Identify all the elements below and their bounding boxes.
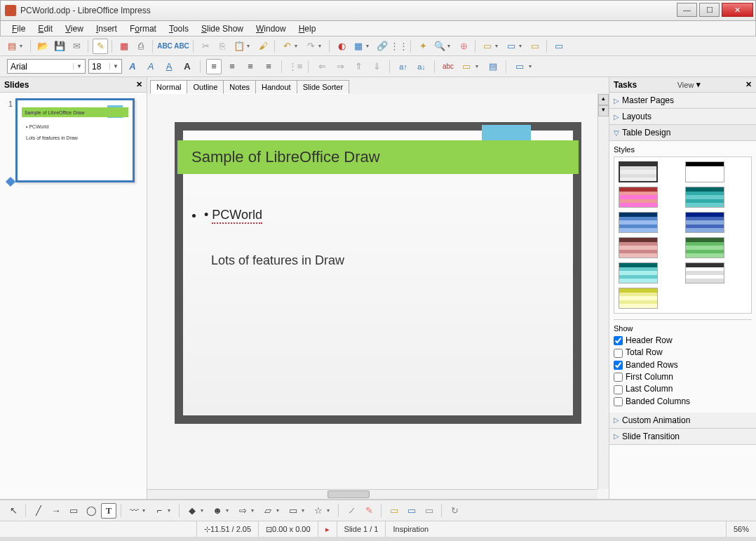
cut-icon[interactable]: ✂: [198, 39, 213, 54]
section-layouts[interactable]: ▷Layouts: [609, 109, 756, 125]
slide-content-box[interactable]: • PCWorld: [204, 208, 262, 228]
opt-banded-rows[interactable]: Banded Rows: [614, 360, 752, 370]
align-center-icon[interactable]: ≡: [224, 59, 240, 74]
connector-dropdown[interactable]: ▾: [168, 507, 175, 514]
align-left-icon[interactable]: ≡: [206, 59, 222, 74]
table-icon[interactable]: ▦: [351, 39, 366, 54]
slide-canvas[interactable]: Sample of LibreOffice Draw • PCWorld Lot…: [175, 122, 581, 424]
table-style-10[interactable]: [685, 262, 724, 283]
slide-title-box[interactable]: Sample of LibreOffice Draw: [177, 140, 579, 174]
menu-edit[interactable]: Edit: [32, 22, 58, 35]
slide-thumbnail-wrap[interactable]: 1 Sample of LibreOffice Draw • PCWorld L…: [6, 98, 141, 182]
demote-icon[interactable]: ⇒: [332, 59, 348, 74]
menu-window[interactable]: Window: [250, 22, 292, 35]
canvas[interactable]: Sample of LibreOffice Draw • PCWorld Lot…: [147, 94, 609, 499]
decrease-font-icon[interactable]: a↓: [414, 59, 429, 74]
bold-icon[interactable]: A: [125, 59, 140, 74]
undo-icon[interactable]: ↶: [279, 39, 295, 54]
block-arrows-dropdown[interactable]: ▾: [251, 507, 258, 514]
autospell-icon[interactable]: ABC: [174, 39, 189, 54]
table-dropdown[interactable]: ▾: [366, 43, 373, 49]
new-icon[interactable]: ▤: [4, 39, 20, 54]
scroll-thumb[interactable]: [328, 490, 370, 498]
presentation-icon[interactable]: ▭: [551, 39, 567, 54]
table-style-3[interactable]: [619, 187, 658, 208]
close-icon[interactable]: ✕: [745, 80, 752, 89]
menu-format[interactable]: Format: [124, 22, 162, 35]
checkbox-banded-columns[interactable]: [614, 397, 623, 406]
line-icon[interactable]: ╱: [31, 503, 46, 519]
print-icon[interactable]: ⎙: [133, 39, 149, 54]
block-arrows-icon[interactable]: ⇨: [235, 503, 250, 519]
scroll-up-icon[interactable]: ▴: [598, 94, 609, 105]
chevron-down-icon[interactable]: ▼: [109, 63, 119, 69]
symbol-shapes-icon[interactable]: ☻: [210, 503, 225, 519]
navigator-icon[interactable]: ✦: [415, 39, 431, 54]
align-right-icon[interactable]: ≡: [243, 59, 258, 74]
arrow-icon[interactable]: →: [48, 503, 64, 519]
hyperlink-icon[interactable]: 🔗: [374, 39, 390, 54]
maximize-button[interactable]: ☐: [699, 3, 720, 17]
checkbox-first-column[interactable]: [614, 373, 623, 382]
glue-icon[interactable]: ✎: [361, 503, 377, 519]
stars-dropdown[interactable]: ▾: [327, 507, 334, 514]
slide-dropdown[interactable]: ▾: [495, 43, 502, 49]
curve-icon[interactable]: 〰: [126, 503, 142, 519]
redo-icon[interactable]: ↷: [303, 39, 318, 54]
help-icon[interactable]: ⊕: [456, 39, 471, 54]
undo-dropdown[interactable]: ▾: [295, 43, 302, 49]
menu-slideshow[interactable]: Slide Show: [196, 22, 249, 35]
scroll-down-icon[interactable]: ▾: [598, 105, 609, 116]
flowchart-dropdown[interactable]: ▾: [276, 507, 283, 514]
stars-icon[interactable]: ☆: [311, 503, 326, 519]
char-dialog-icon[interactable]: ▭: [512, 59, 527, 74]
opt-header-row[interactable]: Header Row: [614, 335, 752, 345]
paste-dropdown[interactable]: ▾: [247, 43, 254, 49]
basic-shapes-dropdown[interactable]: ▾: [201, 507, 208, 514]
menu-insert[interactable]: Insert: [90, 22, 123, 35]
opt-first-column[interactable]: First Column: [614, 372, 752, 382]
highlight-icon[interactable]: ▭: [459, 59, 474, 74]
slide-design-dropdown[interactable]: ▾: [519, 43, 526, 49]
table-style-1[interactable]: [619, 161, 658, 182]
zoom-icon[interactable]: 🔍: [432, 39, 447, 54]
paste-icon[interactable]: 📋: [231, 39, 247, 54]
text-icon[interactable]: T: [101, 503, 116, 519]
rectangle-icon[interactable]: ▭: [66, 503, 81, 519]
callouts-icon[interactable]: ▭: [285, 503, 301, 519]
vertical-scrollbar[interactable]: ▴ ▾: [598, 94, 609, 489]
font-color-icon[interactable]: abc: [440, 59, 456, 74]
char-dropdown[interactable]: ▾: [529, 63, 536, 69]
chevron-down-icon[interactable]: ▼: [73, 63, 82, 69]
edit-icon[interactable]: ✎: [93, 39, 108, 54]
redo-dropdown[interactable]: ▾: [318, 43, 325, 49]
move-down-icon[interactable]: ⇓: [369, 59, 384, 74]
para-spacing-icon[interactable]: ▤: [485, 59, 501, 74]
spellcheck-icon[interactable]: ABC: [157, 39, 173, 54]
table-style-6[interactable]: [685, 212, 724, 233]
promote-icon[interactable]: ⇐: [314, 59, 330, 74]
format-paintbrush-icon[interactable]: 🖌: [255, 39, 271, 54]
tab-handout[interactable]: Handout: [255, 80, 297, 94]
table-style-11[interactable]: [619, 288, 658, 309]
slide-design-icon[interactable]: ▭: [504, 39, 519, 54]
section-slide-transition[interactable]: ▷Slide Transition: [609, 429, 756, 445]
highlight-dropdown[interactable]: ▾: [475, 63, 482, 69]
open-icon[interactable]: 📂: [35, 39, 50, 54]
bullets-icon[interactable]: ⋮≡: [288, 59, 303, 74]
minimize-button[interactable]: —: [677, 3, 697, 17]
table-style-5[interactable]: [619, 212, 658, 233]
menu-tools[interactable]: Tools: [163, 22, 194, 35]
slide-icon[interactable]: ▭: [480, 39, 495, 54]
checkbox-header-row[interactable]: [614, 336, 623, 345]
increase-font-icon[interactable]: a↑: [396, 59, 411, 74]
checkbox-banded-rows[interactable]: [614, 361, 623, 370]
opt-last-column[interactable]: Last Column: [614, 384, 752, 394]
pdf-icon[interactable]: ▦: [116, 39, 132, 54]
font-name-combo[interactable]: Arial ▼: [7, 59, 86, 74]
tab-normal[interactable]: Normal: [150, 80, 187, 94]
slide-text[interactable]: Lots of features in Draw: [211, 253, 344, 268]
opt-total-row[interactable]: Total Row: [614, 347, 752, 357]
tab-slidesorter[interactable]: Slide Sorter: [297, 80, 349, 94]
curve-dropdown[interactable]: ▾: [142, 507, 149, 514]
